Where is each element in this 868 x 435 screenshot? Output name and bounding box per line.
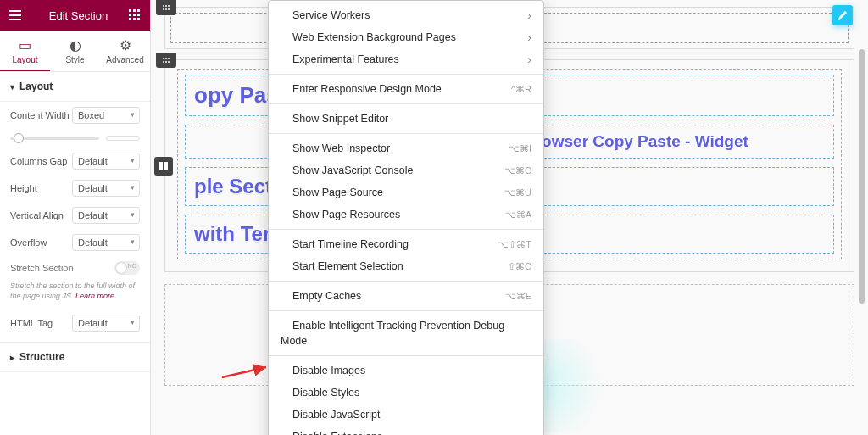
menu-separator — [269, 74, 543, 75]
tab-layout-label: Layout — [12, 55, 37, 64]
field-height: Height Default — [0, 175, 150, 202]
svg-point-18 — [165, 58, 167, 59]
menu-item[interactable]: Start Timeline Recording⌥⇧⌘T — [269, 233, 543, 255]
menu-item[interactable]: Show Web Inspector⌥⌘I — [269, 137, 543, 159]
menu-item-label: Show Page Resources — [292, 209, 400, 220]
menu-item[interactable]: Disable JavaScript — [269, 404, 543, 426]
svg-point-11 — [163, 5, 164, 7]
svg-rect-6 — [129, 18, 131, 20]
menu-item[interactable]: Disable Extensions — [269, 426, 543, 435]
menu-item[interactable]: Show Snippet Editor — [269, 108, 543, 130]
column-handle-icon[interactable] — [154, 157, 173, 176]
tab-style[interactable]: ◐ Style — [50, 31, 100, 71]
menu-item-label: Disable Styles — [292, 387, 359, 399]
menu-item-label: Disable Images — [292, 365, 365, 376]
caret-down-icon: ▾ — [10, 82, 14, 92]
menu-item[interactable]: Show Page Resources⌥⌘A — [269, 204, 543, 226]
svg-rect-1 — [133, 9, 136, 12]
menu-item[interactable]: Service Workers› — [269, 4, 543, 26]
menu-item[interactable]: Disable Styles — [269, 382, 543, 404]
field-overflow: Overflow Default — [0, 229, 150, 256]
height-select[interactable]: Default — [72, 180, 140, 197]
field-columns-gap: Columns Gap Default — [0, 148, 150, 175]
section-handle-2[interactable] — [156, 53, 176, 68]
svg-point-19 — [168, 58, 170, 59]
svg-rect-7 — [133, 18, 136, 20]
sidebar-title: Edit Section — [31, 9, 126, 22]
valign-select[interactable]: Default — [72, 207, 140, 224]
tab-advanced-label: Advanced — [106, 55, 143, 64]
menu-item[interactable]: Show Page Source⌥⌘U — [269, 181, 543, 204]
learn-more-link[interactable]: Learn more. — [75, 292, 117, 300]
menu-item[interactable]: Enable Intelligent Tracking Prevention D… — [269, 315, 543, 352]
menu-item-label: Enable Intelligent Tracking Prevention D… — [281, 320, 504, 347]
section-heading-layout[interactable]: ▾ Layout — [0, 72, 150, 102]
widgets-grid-icon[interactable] — [126, 7, 143, 24]
edit-widget-button[interactable] — [832, 5, 853, 25]
menu-item[interactable]: Enter Responsive Design Mode^⌘R — [269, 78, 543, 100]
menu-item-label: Show Snippet Editor — [292, 113, 388, 125]
svg-point-22 — [168, 61, 170, 63]
content-width-select[interactable]: Boxed — [72, 107, 140, 124]
panel-tabs: ▭ Layout ◐ Style ⚙ Advanced — [0, 31, 150, 72]
svg-rect-2 — [137, 9, 140, 12]
tab-style-label: Style — [65, 55, 84, 64]
width-slider-row — [0, 129, 150, 148]
svg-rect-3 — [129, 14, 131, 16]
menu-item-label: Show JavaScript Console — [292, 165, 413, 176]
tab-advanced[interactable]: ⚙ Advanced — [100, 31, 150, 71]
columns-gap-select[interactable]: Default — [72, 153, 140, 170]
html-tag-select[interactable]: Default — [72, 315, 140, 332]
field-html-tag: HTML Tag Default — [0, 310, 150, 337]
height-label: Height — [10, 183, 70, 193]
slider-thumb[interactable] — [14, 133, 24, 143]
valign-label: Vertical Align — [10, 210, 70, 220]
section-handle-1[interactable] — [156, 0, 176, 15]
menu-item[interactable]: Empty Caches⌥⌘E — [269, 285, 543, 307]
tab-layout[interactable]: ▭ Layout — [0, 31, 50, 71]
section-heading-structure[interactable]: ▸ Structure — [0, 342, 150, 372]
menu-item-label: Service Workers — [292, 9, 370, 21]
menu-item[interactable]: Web Extension Background Pages› — [269, 26, 543, 48]
svg-rect-4 — [133, 14, 136, 16]
menu-item-label: Start Element Selection — [292, 260, 403, 272]
sidebar-header: Edit Section — [0, 0, 150, 31]
develop-context-menu[interactable]: Service Workers›Web Extension Background… — [268, 0, 544, 435]
menu-shortcut: ⌥⌘A — [505, 207, 531, 222]
svg-point-15 — [165, 8, 167, 10]
menu-item[interactable]: Experimental Features› — [269, 48, 543, 70]
chevron-right-icon: › — [527, 52, 531, 67]
menu-item-label: Empty Caches — [292, 290, 361, 302]
page-scrollbar[interactable] — [859, 49, 865, 304]
menu-shortcut: ⌥⇧⌘T — [498, 237, 531, 252]
menu-shortcut: ⇧⌘C — [508, 259, 531, 274]
overflow-select[interactable]: Default — [72, 234, 140, 251]
html-tag-label: HTML Tag — [10, 318, 70, 328]
menu-shortcut: ⌥⌘I — [509, 141, 531, 156]
menu-separator — [269, 281, 543, 282]
menu-shortcut: ⌥⌘C — [504, 163, 531, 178]
hamburger-icon[interactable] — [7, 7, 24, 24]
menu-shortcut: ^⌘R — [511, 81, 531, 97]
svg-rect-5 — [137, 14, 140, 16]
stretch-toggle[interactable]: NO — [114, 261, 140, 275]
menu-separator — [269, 229, 543, 230]
menu-separator — [269, 355, 543, 356]
width-slider[interactable] — [10, 137, 99, 140]
svg-point-14 — [163, 8, 164, 10]
svg-point-20 — [163, 61, 164, 63]
menu-item-label: Disable JavaScript — [292, 409, 381, 421]
stretch-label: Stretch Section — [10, 263, 74, 273]
section-heading-structure-label: Structure — [19, 351, 64, 363]
menu-item[interactable]: Disable Images — [269, 360, 543, 382]
width-value-input[interactable] — [106, 136, 140, 141]
editor-sidebar: Edit Section ▭ Layout ◐ Style ⚙ Advanced… — [0, 0, 151, 435]
style-icon: ◐ — [50, 37, 100, 53]
menu-item-label: Show Page Source — [292, 187, 383, 198]
menu-separator — [269, 133, 543, 134]
menu-item[interactable]: Show JavaScript Console⌥⌘C — [269, 159, 543, 181]
chevron-right-icon: › — [527, 8, 531, 23]
menu-separator — [269, 310, 543, 311]
menu-item[interactable]: Start Element Selection⇧⌘C — [269, 255, 543, 277]
field-vertical-align: Vertical Align Default — [0, 202, 150, 229]
